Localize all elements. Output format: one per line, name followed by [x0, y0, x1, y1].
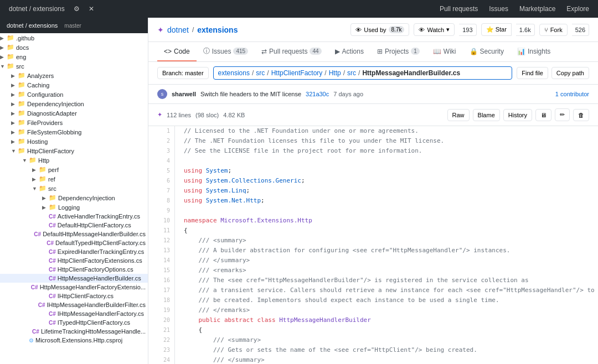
contributor-username[interactable]: sharwell [172, 91, 196, 97]
tree-label: FileProviders [27, 119, 63, 126]
breadcrumb-extensions[interactable]: extensions [218, 69, 250, 77]
used-by-button[interactable]: 👁 Used by 8.7k [350, 23, 409, 36]
fork-button[interactable]: ⑂ Fork [539, 24, 568, 36]
code-line: 6using System.Collections.Generic; [148, 176, 598, 186]
history-button[interactable]: History [503, 109, 532, 121]
tree-item-src-inner[interactable]: ▼ 📁 src [0, 184, 148, 193]
find-file-button[interactable]: Find file [517, 67, 548, 79]
tree-item-httpclientopts[interactable]: C# HttpClientFactoryOptions.cs [0, 265, 148, 274]
line-code-content: using System; [175, 166, 240, 176]
tree-item-configuration[interactable]: ▶ 📁 Configuration [0, 90, 148, 99]
tree-item-caching[interactable]: ▶ 📁 Caching [0, 80, 148, 90]
wiki-icon: 📖 [433, 48, 441, 55]
tree-item-diagadapter[interactable]: ▶ 📁 DiagnosticAdapter [0, 108, 148, 118]
line-code-content: { [175, 325, 211, 335]
tree-item-http[interactable]: ▼ 📁 Http [0, 155, 148, 165]
tree-item-perf[interactable]: ▶ 📁 perf [0, 165, 148, 174]
used-by-label: Used by [364, 27, 386, 33]
tree-label: Logging [58, 204, 80, 211]
tree-item-src[interactable]: ▼ 📁 src [0, 61, 148, 71]
tree-item-httpclientext[interactable]: C# HttpClientFactoryExtensions.cs [0, 256, 148, 265]
tree-item-defaulttypedhttpclient[interactable]: C# DefaultTypedHttpClientFactory.cs [0, 238, 148, 247]
nav-pull-requests[interactable]: Pull requests [440, 5, 478, 13]
tree-label: FileSystemGlobbing [27, 129, 81, 136]
gear-icon[interactable]: ⚙ [74, 5, 80, 13]
tree-item-itypedhttpclient[interactable]: C# ITypedHttpClientFactory.cs [0, 318, 148, 327]
tab-issues[interactable]: ⓘ Issues 415 [197, 42, 255, 61]
code-line: 9 [148, 206, 598, 216]
tree-item-fileproviders[interactable]: ▶ 📁 FileProviders [0, 118, 148, 127]
nav-issues[interactable]: Issues [489, 5, 508, 13]
pr-icon: ⇄ [261, 48, 267, 55]
tree-item-defaulthttpclientfactory[interactable]: C# DefaultHttpClientFactory.cs [0, 221, 148, 230]
tree-item-ihttpmsghandlerfactory[interactable]: C# IHttpMessageHandlerFactory.cs [0, 309, 148, 318]
breadcrumb-src[interactable]: src [256, 69, 265, 77]
tree-item-csproj[interactable]: ⚙ Microsoft.Extensions.Http.csproj [0, 336, 148, 345]
code-line: 24 /// </summary> [148, 355, 598, 364]
tab-security[interactable]: 🔒 Security [463, 42, 511, 61]
close-icon[interactable]: ✕ [89, 5, 94, 13]
tree-item-activehandler[interactable]: C# ActiveHandlerTrackingEntry.cs [0, 212, 148, 221]
star-label: Star [496, 26, 507, 33]
line-code-content: /// <summary> [175, 236, 255, 246]
watch-label: Watch [427, 27, 444, 33]
copy-path-button[interactable]: Copy path [551, 67, 589, 79]
branch-selector[interactable]: Branch: master [157, 67, 209, 79]
repo-owner-link[interactable]: dotnet [167, 25, 189, 34]
tree-item-httpmsghandlerfactoryext[interactable]: C# HttpMessageHandlerFactoryExtensio... [0, 283, 148, 292]
breadcrumb-src2[interactable]: src [347, 69, 356, 77]
code-line: 20 public abstract class HttpMessageHand… [148, 315, 598, 325]
cs-file-icon: C# [38, 302, 45, 308]
raw-button[interactable]: Raw [447, 109, 470, 121]
tree-item-expiredhandler[interactable]: C# ExpiredHandlerTrackingEntry.cs [0, 247, 148, 256]
nav-marketplace[interactable]: Marketplace [519, 5, 555, 13]
desktop-icon[interactable]: 🖥 [535, 109, 551, 121]
breadcrumb-httpclientfactory[interactable]: HttpClientFactory [271, 69, 323, 77]
sidebar-branch: master [64, 23, 81, 29]
code-line: 7using System.Linq; [148, 186, 598, 196]
breadcrumb-http[interactable]: Http [329, 69, 341, 77]
breadcrumb-sep4: / [343, 69, 345, 77]
tree-label: HttpMessageHandlerBuilder.cs [58, 275, 141, 282]
tree-item-httpclientfactory[interactable]: ▼ 📁 HttpClientFactory [0, 146, 148, 155]
contributor-bar: s sharwell Switch file headers to the MI… [148, 85, 598, 104]
code-line: 13 /// A builder abstraction for configu… [148, 246, 598, 256]
tab-code[interactable]: <> Code [157, 42, 197, 61]
tree-item-filesystemglobbing[interactable]: ▶ 📁 FileSystemGlobbing [0, 127, 148, 137]
tree-item-github[interactable]: ▶ 📁 .github [0, 33, 148, 43]
cs-file-icon: C# [49, 214, 56, 220]
code-line: 8using System.Net.Http; [148, 196, 598, 206]
nav-explore[interactable]: Explore [566, 5, 589, 13]
edit-icon[interactable]: ✏ [555, 108, 570, 121]
repo-name-link[interactable]: extensions [197, 25, 238, 34]
tree-item-ref[interactable]: ▶ 📁 ref [0, 174, 148, 184]
tab-pull-requests[interactable]: ⇄ Pull requests 44 [255, 42, 328, 61]
line-number: 18 [148, 295, 175, 305]
star-button[interactable]: ⭐ Star [481, 23, 512, 36]
tab-actions[interactable]: ▶ Actions [328, 42, 370, 61]
blame-button[interactable]: Blame [473, 109, 500, 121]
tree-item-analyzers[interactable]: ▶ 📁 Analyzers [0, 71, 148, 80]
tab-projects[interactable]: ⊞ Projects 1 [370, 42, 426, 61]
tree-label: src [48, 185, 56, 192]
delete-icon[interactable]: 🗑 [573, 109, 589, 121]
tree-item-depinj[interactable]: ▶ 📁 DependencyInjection [0, 99, 148, 108]
tree-item-logging[interactable]: ▶ 📁 Logging [0, 202, 148, 212]
tree-item-ihttpmsgbuilderfilter[interactable]: C# IHttpMessageHandlerBuilderFilter.cs [0, 300, 148, 309]
commit-hash-link[interactable]: 321a30c [306, 91, 329, 97]
tree-item-eng[interactable]: ▶ 📁 eng [0, 52, 148, 61]
tree-item-ihttpclientfactory[interactable]: C# IHttpClientFactory.cs [0, 292, 148, 300]
tree-item-depinj2[interactable]: ▶ 📁 DependencyInjection [0, 193, 148, 202]
tree-item-lifetimetracking[interactable]: C# LifetimeTrackingHttoMessageHandle... [0, 327, 148, 336]
tree-item-defaulthttpmsgbuilder[interactable]: C# DefaultHttpMessageHandlerBuilder.cs [0, 230, 148, 238]
repo-header: ✦ dotnet / extensions 👁 Used by 8.7k 👁 W… [148, 18, 598, 42]
tree-item-hosting[interactable]: ▶ 📁 Hosting [0, 137, 148, 146]
tree-label: Http [38, 157, 49, 164]
tree-item-httpmsghandlerbuilder[interactable]: C# HttpMessageHandlerBuilder.cs [0, 274, 148, 283]
tree-item-docs[interactable]: ▶ 📁 docs [0, 43, 148, 52]
issues-icon: ⓘ [203, 46, 210, 56]
tab-wiki[interactable]: 📖 Wiki [426, 42, 463, 61]
tab-insights[interactable]: 📊 Insights [511, 42, 557, 61]
watch-button[interactable]: 👁 Watch ▾ [414, 23, 455, 36]
contributor-count-link[interactable]: 1 contributor [555, 91, 589, 97]
